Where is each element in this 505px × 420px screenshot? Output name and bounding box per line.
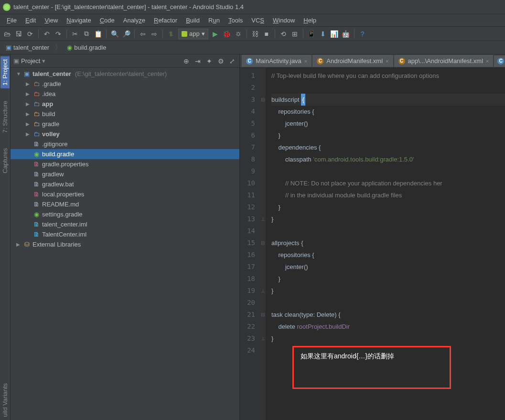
expand-icon[interactable]: ▶ (26, 131, 31, 137)
fold-marker[interactable] (260, 321, 266, 333)
menu-vcs[interactable]: VCS (247, 16, 268, 25)
fold-marker[interactable]: ⊟ (260, 309, 266, 321)
fold-marker[interactable] (260, 106, 266, 118)
sdk-icon[interactable]: ⬇ (319, 30, 327, 38)
fold-marker[interactable] (260, 70, 266, 82)
side-tab-captures[interactable]: Captures (0, 145, 10, 176)
hide-icon[interactable]: ⤢ (228, 57, 236, 65)
code-line[interactable]: // in the individual module build.gradle… (271, 189, 505, 201)
close-icon[interactable]: × (486, 58, 489, 64)
menu-navigate[interactable]: Navigate (63, 16, 95, 25)
stop-icon[interactable]: ■ (262, 30, 271, 38)
run-config-selector[interactable]: app ▾ (178, 29, 208, 39)
code-line[interactable]: } (271, 201, 505, 213)
code-line[interactable]: task clean(type: Delete) { (271, 309, 505, 321)
code-line[interactable]: } (271, 129, 505, 141)
tree-item[interactable]: 🗎README.md (11, 199, 239, 209)
code-line[interactable]: // Top-level build file where you can ad… (271, 70, 505, 82)
breadcrumb-project[interactable]: ▣ talent_center (3, 43, 52, 52)
tree-item[interactable]: 🗎gradlew (11, 169, 239, 179)
tree-item[interactable]: ▶🗀.gradle (11, 79, 239, 89)
attach-icon[interactable]: ⛓ (251, 30, 259, 38)
fold-marker[interactable] (260, 165, 266, 177)
open-icon[interactable]: 🗁 (3, 30, 11, 38)
side-tab-structure[interactable]: 7: Structure (0, 98, 10, 136)
tree-root[interactable]: ▼▣talent_center (E:\git_talentcenter\tal… (11, 69, 239, 79)
collapse-icon[interactable]: ⇥ (193, 57, 202, 65)
code-line[interactable] (271, 82, 505, 94)
dropdown-icon[interactable]: ▾ (42, 57, 45, 65)
code-line[interactable]: } (271, 333, 505, 345)
undo-icon[interactable]: ↶ (43, 30, 51, 38)
side-tab-project[interactable]: 1: Project (0, 56, 10, 88)
code-line[interactable]: delete rootProject.buildDir (271, 321, 505, 333)
menu-edit[interactable]: Edit (21, 16, 40, 25)
code-line[interactable]: } (271, 273, 505, 285)
code-line[interactable] (271, 225, 505, 237)
more-tabs-icon[interactable]: C (494, 55, 505, 67)
expand-icon[interactable]: ▶ (16, 242, 21, 247)
fold-marker[interactable] (260, 189, 266, 201)
project-structure-icon[interactable]: ⊞ (290, 30, 299, 38)
expand-icon[interactable]: ▶ (26, 121, 31, 127)
fold-marker[interactable]: ⊥ (260, 333, 266, 345)
tree-item[interactable]: 🗎talent_center.iml (11, 219, 239, 229)
forward-icon[interactable]: ⇨ (150, 30, 159, 38)
menu-help[interactable]: Help (300, 16, 320, 25)
menu-file[interactable]: File (3, 16, 21, 25)
fold-marker[interactable] (260, 129, 266, 141)
expand-icon[interactable]: ▶ (26, 81, 31, 86)
coverage-icon[interactable]: ⛭ (234, 30, 243, 38)
code-line[interactable]: // NOTE: Do not place your application d… (271, 177, 505, 189)
code-line[interactable]: jcenter() (271, 118, 505, 129)
avd-icon[interactable]: 📱 (307, 30, 316, 38)
tree-item[interactable]: 🗎local.properties (11, 189, 239, 199)
menu-refactor[interactable]: Refactor (150, 16, 181, 25)
copy-icon[interactable]: ⧉ (82, 30, 91, 38)
code-line[interactable]: } (271, 285, 505, 297)
settings-icon[interactable]: ✦ (205, 57, 214, 65)
scroll-to-icon[interactable]: ⊕ (182, 57, 191, 65)
fold-marker[interactable]: ⊟ (260, 237, 266, 249)
fold-marker[interactable]: ⊟ (260, 94, 266, 106)
fold-marker[interactable]: ⊥ (260, 213, 266, 225)
cut-icon[interactable]: ✂ (71, 30, 79, 38)
editor-tab[interactable]: CAndroidManifest.xml× (312, 55, 393, 67)
fold-marker[interactable]: ⊥ (260, 285, 266, 297)
run-icon[interactable]: ▶ (211, 30, 220, 38)
fold-marker[interactable] (260, 177, 266, 189)
code-line[interactable]: allprojects { (271, 237, 505, 249)
find-icon[interactable]: 🔍 (110, 30, 119, 38)
tree-item[interactable]: ▶🗀.idea (11, 89, 239, 99)
debug-icon[interactable]: 🐞 (223, 30, 231, 38)
fold-marker[interactable] (260, 345, 266, 356)
expand-icon[interactable]: ▼ (16, 71, 21, 76)
close-icon[interactable]: × (386, 58, 388, 64)
menu-code[interactable]: Code (96, 16, 118, 25)
code-line[interactable] (271, 165, 505, 177)
tree-item[interactable]: 🗎.gitignore (11, 139, 239, 149)
code-area[interactable]: 123456789101112131415161718192021222324 … (240, 68, 505, 420)
code-line[interactable] (271, 297, 505, 309)
editor-tab[interactable]: CMainActivity.java× (242, 55, 312, 67)
code-line[interactable]: dependencies { (271, 141, 505, 153)
tree-item[interactable]: ◉settings.gradle (11, 209, 239, 219)
help-icon[interactable]: ? (358, 30, 367, 38)
redo-icon[interactable]: ↷ (54, 30, 63, 38)
fold-marker[interactable] (260, 141, 266, 153)
tree-item[interactable]: 🗎TalentCenter.iml (11, 229, 239, 239)
fold-marker[interactable] (260, 297, 266, 309)
code-line[interactable]: classpath 'com.android.tools.build:gradl… (271, 153, 505, 165)
code-line[interactable]: jcenter() (271, 261, 505, 273)
fold-marker[interactable] (260, 225, 266, 237)
close-icon[interactable]: × (304, 58, 307, 64)
project-tree[interactable]: ▼▣talent_center (E:\git_talentcenter\tal… (11, 68, 239, 420)
tree-item[interactable]: ▶🗀gradle (11, 119, 239, 129)
gear-icon[interactable]: ⚙ (216, 57, 225, 65)
menu-run[interactable]: Run (204, 16, 224, 25)
expand-icon[interactable]: ▶ (26, 111, 31, 117)
code-line[interactable]: } (271, 213, 505, 225)
fold-marker[interactable] (260, 249, 266, 261)
menu-analyze[interactable]: Analyze (119, 16, 149, 25)
fold-marker[interactable] (260, 118, 266, 129)
